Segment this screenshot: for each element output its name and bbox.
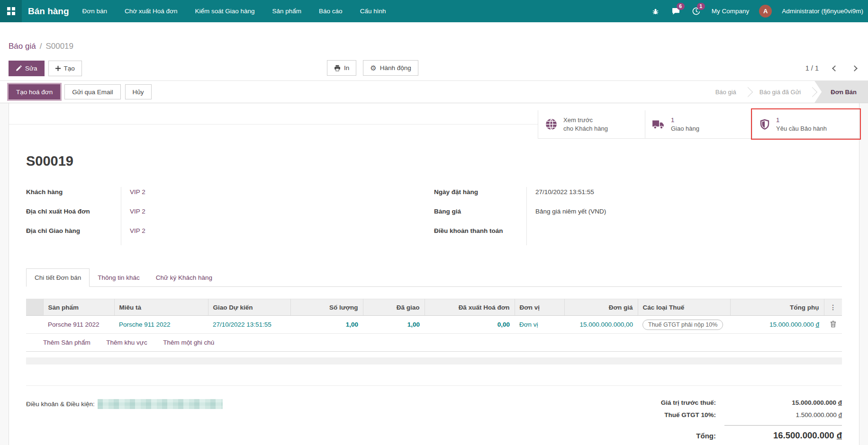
plus-icon [55, 66, 61, 71]
activities-clock-icon[interactable]: 1 [691, 6, 702, 17]
add-section-link[interactable]: Thêm khu vực [106, 339, 147, 346]
tab-other-info[interactable]: Thông tin khác [90, 269, 148, 286]
add-note-link[interactable]: Thêm một ghi chú [163, 339, 214, 346]
cell-uom[interactable]: Đơn vị [519, 321, 538, 328]
form-sheet: Xem trước cho Khách hàng 1 Giao hàng 1 [9, 103, 859, 445]
totals-separator [724, 425, 842, 426]
cell-quantity: 1,00 [346, 321, 358, 328]
pricelist-label: Bảng giá [434, 206, 526, 226]
header-delivered[interactable]: Đã giao [363, 299, 425, 316]
grand-total-row: Tổng: 16.500.000.000 đ [661, 430, 842, 441]
currency-symbol: đ [815, 321, 819, 328]
send-by-email-button[interactable]: Gửi qua Email [64, 84, 120, 99]
cell-expected-delivery: 27/10/2022 13:51:55 [213, 321, 271, 328]
tax-label: Thuế GTGT 10%: [664, 411, 716, 418]
truck-icon [652, 119, 665, 130]
menu-don-ban[interactable]: Đơn bán [82, 8, 107, 15]
menu-san-pham[interactable]: Sản phẩm [272, 8, 302, 15]
breadcrumb-parent[interactable]: Báo giá [9, 42, 36, 51]
create-invoice-button[interactable]: Tạo hoá đơn [9, 84, 60, 99]
pager-previous-icon[interactable] [832, 65, 838, 71]
field-order-date: Ngày đặt hàng 27/10/2022 13:51:55 [434, 187, 842, 206]
field-grid: Khách hàng VIP 2 Địa chỉ xuất Hoá đơn VI… [26, 187, 842, 245]
tab-order-lines[interactable]: Chi tiết Đơn bán [26, 268, 90, 287]
stage-quotation-sent[interactable]: Báo giá đã Gửi [750, 81, 810, 103]
sheet-content: S00019 Khách hàng VIP 2 Địa chỉ xuất Hoá… [9, 153, 859, 445]
menu-kiem-soat-giao-hang[interactable]: Kiểm soát Giao hàng [195, 8, 254, 15]
delivery-smart-button[interactable]: 1 Giao hàng [645, 110, 752, 139]
pager-next-icon[interactable] [851, 65, 858, 71]
header-quantity[interactable]: Số lượng [290, 299, 363, 316]
apps-menu-button[interactable] [0, 0, 22, 22]
section-divider [26, 385, 842, 386]
field-customer: Khách hàng VIP 2 [26, 187, 434, 206]
breadcrumb-separator: / [40, 42, 42, 51]
statusbar: Tạo hoá đơn Gửi qua Email Hủy Báo giá Bá… [0, 80, 868, 103]
currency-symbol: đ [838, 399, 842, 406]
field-delivery-address: Địa chỉ Giao hàng VIP 2 [26, 226, 434, 245]
menu-cho-xuat-hoa-don[interactable]: Chờ xuất Hoá đơn [125, 8, 178, 15]
debug-bug-icon[interactable] [651, 6, 661, 17]
order-date-value: 27/10/2022 13:51:55 [526, 187, 842, 206]
pager: 1 / 1 [805, 60, 857, 76]
edit-button[interactable]: Sửa [9, 61, 45, 76]
optional-columns-icon[interactable]: ⋮ [830, 303, 836, 311]
action-button[interactable]: ⚙ Hành động [363, 60, 418, 76]
menu-cau-hinh[interactable]: Cấu hình [360, 8, 386, 15]
currency-symbol: đ [838, 411, 842, 418]
invoice-address-label: Địa chỉ xuất Hoá đơn [26, 206, 121, 226]
untaxed-total-row: Giá trị trước thuế: 15.000.000.000 đ [661, 399, 842, 406]
invoice-address-value[interactable]: VIP 2 [121, 206, 434, 226]
delivery-count: 1 [671, 116, 699, 125]
print-button[interactable]: In [327, 60, 356, 76]
avatar[interactable]: A [759, 5, 772, 18]
messages-icon[interactable]: 6 [671, 6, 681, 17]
screen: Bán hàng Đơn bán Chờ xuất Hoá đơn Kiểm s… [0, 0, 868, 445]
tab-customer-signature[interactable]: Chữ ký Khách hàng [148, 269, 220, 286]
pricelist-value: Bảng giá niêm yết (VND) [526, 206, 842, 226]
delivery-address-value[interactable]: VIP 2 [121, 226, 434, 245]
field-column-right: Ngày đặt hàng 27/10/2022 13:51:55 Bảng g… [434, 187, 842, 245]
delivery-address-label: Địa chỉ Giao hàng [26, 226, 121, 245]
user-menu[interactable]: Administrator (fj6nyue0vi9m) [782, 8, 863, 15]
grand-total-label: Tổng: [696, 432, 716, 440]
menu-bao-cao[interactable]: Báo cáo [319, 8, 343, 15]
shield-icon [759, 118, 770, 131]
header-invoiced[interactable]: Đã xuất Hoá đơn [425, 299, 515, 316]
cell-product[interactable]: Porsche 911 2022 [48, 321, 99, 328]
center-buttons: In ⚙ Hành động [327, 60, 418, 76]
top-navbar: Bán hàng Đơn bán Chờ xuất Hoá đơn Kiểm s… [0, 0, 868, 22]
create-button[interactable]: Tạo [48, 61, 82, 76]
app-name[interactable]: Bán hàng [28, 6, 69, 17]
untaxed-label: Giá trị trước thuế: [661, 399, 716, 406]
delete-line-button[interactable] [830, 320, 836, 328]
gear-icon: ⚙ [370, 64, 376, 71]
header-taxes[interactable]: Các loại Thuế [638, 299, 730, 316]
cancel-button[interactable]: Hủy [125, 84, 152, 99]
preview-line2: cho Khách hàng [563, 125, 608, 133]
row-handle [26, 316, 43, 334]
cell-description[interactable]: Porsche 911 2022 [119, 321, 171, 328]
add-product-link[interactable]: Thêm Sản phẩm [43, 339, 90, 346]
company-switcher[interactable]: My Company [712, 8, 750, 15]
header-subtotal[interactable]: Tổng phụ [730, 299, 824, 316]
stage-sales-order[interactable]: Đơn Bán [814, 81, 868, 103]
order-line-row[interactable]: Porsche 911 2022 Porsche 911 2022 27/10/… [26, 316, 842, 334]
warranty-smart-button[interactable]: 1 Yêu cầu Bảo hành [752, 110, 859, 139]
header-uom[interactable]: Đơn vị [515, 299, 564, 316]
customer-value[interactable]: VIP 2 [121, 187, 434, 206]
field-pricelist: Bảng giá Bảng giá niêm yết (VND) [434, 206, 842, 226]
breadcrumb: Báo giá / S00019 [0, 22, 868, 54]
print-button-label: In [344, 64, 349, 71]
header-expected-delivery[interactable]: Giao Dự kiến [208, 299, 290, 316]
notebook-tabs: Chi tiết Đơn bán Thông tin khác Chữ ký K… [26, 268, 842, 287]
order-date-label: Ngày đặt hàng [434, 187, 526, 206]
button-box-filler [9, 103, 538, 125]
untaxed-value: 15.000.000.000 đ [716, 399, 842, 406]
header-description[interactable]: Miêu tả [114, 299, 208, 316]
delivery-label: Giao hàng [671, 125, 699, 133]
header-product[interactable]: Sản phẩm [43, 299, 114, 316]
stage-quotation[interactable]: Báo giá [706, 81, 746, 103]
header-unit-price[interactable]: Đơn giá [564, 299, 638, 316]
customer-preview-button[interactable]: Xem trước cho Khách hàng [538, 110, 645, 139]
